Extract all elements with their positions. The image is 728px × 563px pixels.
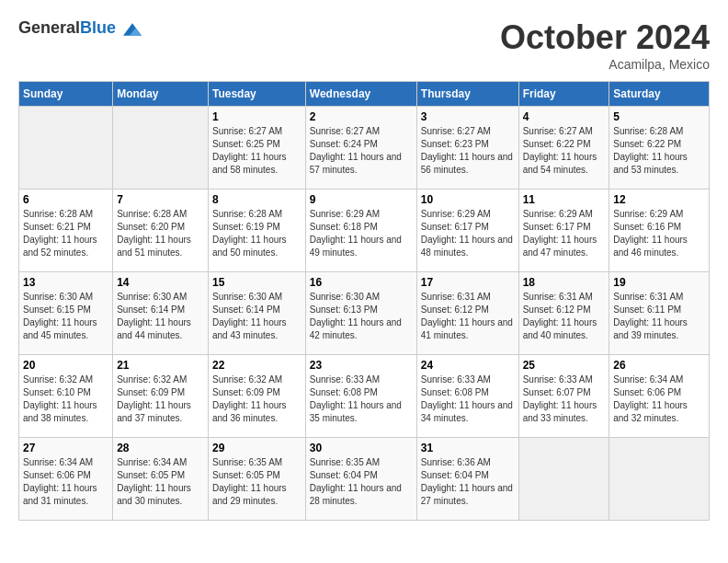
day-number: 5 [613, 110, 705, 123]
day-cell: 2Sunrise: 6:27 AM Sunset: 6:24 PM Daylig… [305, 107, 416, 190]
day-cell: 9Sunrise: 6:29 AM Sunset: 6:18 PM Daylig… [305, 190, 416, 272]
day-number: 31 [421, 442, 515, 454]
column-header-monday: Monday [113, 82, 209, 107]
day-cell: 7Sunrise: 6:28 AM Sunset: 6:20 PM Daylig… [113, 190, 209, 272]
column-header-wednesday: Wednesday [305, 82, 416, 107]
day-cell [19, 107, 113, 190]
day-cell: 27Sunrise: 6:34 AM Sunset: 6:06 PM Dayli… [19, 438, 113, 521]
month-title: October 2024 [500, 18, 710, 57]
day-number: 13 [23, 276, 108, 289]
day-info: Sunrise: 6:30 AM Sunset: 6:15 PM Dayligh… [23, 291, 108, 342]
day-info: Sunrise: 6:28 AM Sunset: 6:21 PM Dayligh… [23, 208, 108, 259]
day-info: Sunrise: 6:31 AM Sunset: 6:11 PM Dayligh… [613, 291, 705, 342]
day-info: Sunrise: 6:32 AM Sunset: 6:10 PM Dayligh… [23, 373, 108, 425]
day-number: 22 [212, 359, 301, 372]
page-header: GeneralBlue October 2024 Acamilpa, Mexic… [18, 18, 710, 72]
day-number: 29 [212, 442, 301, 454]
day-number: 2 [310, 110, 413, 123]
day-number: 10 [421, 193, 515, 206]
week-row-4: 20Sunrise: 6:32 AM Sunset: 6:10 PM Dayli… [19, 355, 710, 438]
column-header-saturday: Saturday [609, 82, 710, 107]
day-info: Sunrise: 6:31 AM Sunset: 6:12 PM Dayligh… [523, 291, 606, 342]
day-info: Sunrise: 6:27 AM Sunset: 6:24 PM Dayligh… [310, 125, 413, 177]
day-cell: 1Sunrise: 6:27 AM Sunset: 6:25 PM Daylig… [209, 107, 306, 190]
day-cell: 13Sunrise: 6:30 AM Sunset: 6:15 PM Dayli… [19, 272, 113, 355]
day-info: Sunrise: 6:27 AM Sunset: 6:22 PM Dayligh… [523, 125, 606, 177]
day-cell [609, 438, 710, 521]
logo-blue: Blue [80, 18, 116, 37]
week-row-1: 1Sunrise: 6:27 AM Sunset: 6:25 PM Daylig… [19, 107, 710, 190]
day-info: Sunrise: 6:33 AM Sunset: 6:07 PM Dayligh… [523, 373, 606, 425]
day-cell: 20Sunrise: 6:32 AM Sunset: 6:10 PM Dayli… [19, 355, 113, 438]
day-cell: 25Sunrise: 6:33 AM Sunset: 6:07 PM Dayli… [518, 355, 609, 438]
day-cell: 22Sunrise: 6:32 AM Sunset: 6:09 PM Dayli… [209, 355, 306, 438]
day-number: 14 [117, 276, 204, 289]
day-info: Sunrise: 6:28 AM Sunset: 6:20 PM Dayligh… [117, 208, 204, 259]
day-number: 23 [310, 359, 413, 372]
day-cell: 29Sunrise: 6:35 AM Sunset: 6:05 PM Dayli… [209, 438, 306, 521]
day-cell: 14Sunrise: 6:30 AM Sunset: 6:14 PM Dayli… [113, 272, 209, 355]
day-cell: 26Sunrise: 6:34 AM Sunset: 6:06 PM Dayli… [609, 355, 710, 438]
day-cell: 5Sunrise: 6:28 AM Sunset: 6:22 PM Daylig… [609, 107, 710, 190]
column-header-friday: Friday [518, 82, 609, 107]
day-number: 25 [523, 359, 606, 372]
day-number: 1 [212, 110, 301, 123]
day-cell: 17Sunrise: 6:31 AM Sunset: 6:12 PM Dayli… [416, 272, 518, 355]
day-cell: 10Sunrise: 6:29 AM Sunset: 6:17 PM Dayli… [416, 190, 518, 272]
day-cell: 18Sunrise: 6:31 AM Sunset: 6:12 PM Dayli… [518, 272, 609, 355]
day-cell: 3Sunrise: 6:27 AM Sunset: 6:23 PM Daylig… [416, 107, 518, 190]
day-number: 27 [23, 442, 108, 454]
day-info: Sunrise: 6:36 AM Sunset: 6:04 PM Dayligh… [421, 456, 515, 508]
day-cell: 28Sunrise: 6:34 AM Sunset: 6:05 PM Dayli… [113, 438, 209, 521]
day-info: Sunrise: 6:29 AM Sunset: 6:17 PM Dayligh… [421, 208, 515, 259]
week-row-5: 27Sunrise: 6:34 AM Sunset: 6:06 PM Dayli… [19, 438, 710, 521]
day-info: Sunrise: 6:35 AM Sunset: 6:04 PM Dayligh… [310, 456, 413, 508]
day-info: Sunrise: 6:30 AM Sunset: 6:13 PM Dayligh… [310, 291, 413, 342]
day-cell: 8Sunrise: 6:28 AM Sunset: 6:19 PM Daylig… [209, 190, 306, 272]
day-info: Sunrise: 6:35 AM Sunset: 6:05 PM Dayligh… [212, 456, 301, 508]
day-info: Sunrise: 6:28 AM Sunset: 6:19 PM Dayligh… [212, 208, 301, 259]
day-number: 3 [421, 110, 515, 123]
logo-general: General [18, 18, 80, 37]
day-info: Sunrise: 6:34 AM Sunset: 6:06 PM Dayligh… [23, 456, 108, 508]
day-number: 6 [23, 193, 108, 206]
day-cell: 31Sunrise: 6:36 AM Sunset: 6:04 PM Dayli… [416, 438, 518, 521]
location: Acamilpa, Mexico [500, 57, 710, 72]
calendar-table: SundayMondayTuesdayWednesdayThursdayFrid… [18, 81, 710, 521]
day-info: Sunrise: 6:33 AM Sunset: 6:08 PM Dayligh… [421, 373, 515, 425]
column-header-tuesday: Tuesday [209, 82, 306, 107]
day-cell [518, 438, 609, 521]
day-number: 21 [117, 359, 204, 372]
day-number: 24 [421, 359, 515, 372]
day-number: 17 [421, 276, 515, 289]
logo: GeneralBlue [18, 18, 142, 39]
day-info: Sunrise: 6:32 AM Sunset: 6:09 PM Dayligh… [212, 373, 301, 425]
day-cell: 11Sunrise: 6:29 AM Sunset: 6:17 PM Dayli… [518, 190, 609, 272]
calendar-body: 1Sunrise: 6:27 AM Sunset: 6:25 PM Daylig… [19, 107, 710, 521]
day-cell: 23Sunrise: 6:33 AM Sunset: 6:08 PM Dayli… [305, 355, 416, 438]
day-info: Sunrise: 6:31 AM Sunset: 6:12 PM Dayligh… [421, 291, 515, 342]
day-number: 18 [523, 276, 606, 289]
column-header-thursday: Thursday [416, 82, 518, 107]
day-cell: 6Sunrise: 6:28 AM Sunset: 6:21 PM Daylig… [19, 190, 113, 272]
day-number: 26 [613, 359, 705, 372]
week-row-2: 6Sunrise: 6:28 AM Sunset: 6:21 PM Daylig… [19, 190, 710, 272]
day-info: Sunrise: 6:27 AM Sunset: 6:25 PM Dayligh… [212, 125, 301, 177]
day-cell [113, 107, 209, 190]
day-number: 11 [523, 193, 606, 206]
logo-icon [123, 20, 142, 39]
column-header-sunday: Sunday [19, 82, 113, 107]
day-cell: 12Sunrise: 6:29 AM Sunset: 6:16 PM Dayli… [609, 190, 710, 272]
day-info: Sunrise: 6:30 AM Sunset: 6:14 PM Dayligh… [117, 291, 204, 342]
day-number: 8 [212, 193, 301, 206]
day-number: 7 [117, 193, 204, 206]
day-info: Sunrise: 6:27 AM Sunset: 6:23 PM Dayligh… [421, 125, 515, 177]
day-number: 16 [310, 276, 413, 289]
day-info: Sunrise: 6:32 AM Sunset: 6:09 PM Dayligh… [117, 373, 204, 425]
day-info: Sunrise: 6:29 AM Sunset: 6:16 PM Dayligh… [613, 208, 705, 259]
day-info: Sunrise: 6:34 AM Sunset: 6:06 PM Dayligh… [613, 373, 705, 425]
day-number: 4 [523, 110, 606, 123]
day-cell: 24Sunrise: 6:33 AM Sunset: 6:08 PM Dayli… [416, 355, 518, 438]
day-cell: 30Sunrise: 6:35 AM Sunset: 6:04 PM Dayli… [305, 438, 416, 521]
title-block: October 2024 Acamilpa, Mexico [500, 18, 710, 72]
